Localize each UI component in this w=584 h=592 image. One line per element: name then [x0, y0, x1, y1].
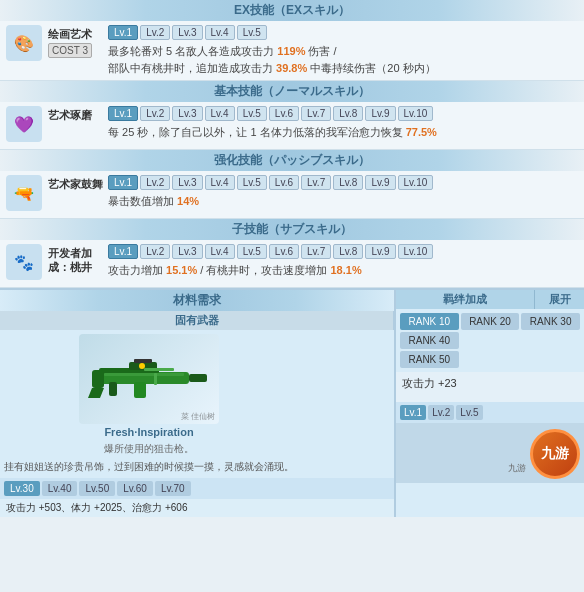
rank10-item[interactable]: RANK 10: [400, 313, 459, 330]
rank30-item[interactable]: RANK 30: [521, 313, 580, 330]
normal-lv8[interactable]: Lv.8: [333, 106, 363, 121]
normal-skill-row: 💜 艺术琢磨 Lv.1 Lv.2 Lv.3 Lv.4 Lv.5 Lv.6 Lv.…: [0, 102, 584, 150]
weapon-lv50[interactable]: Lv.50: [79, 481, 115, 496]
normal-lv10[interactable]: Lv.10: [398, 106, 434, 121]
sub-lv6[interactable]: Lv.6: [269, 244, 299, 259]
sub-skill-lv-tabs: Lv.1 Lv.2 Lv.3 Lv.4 Lv.5 Lv.6 Lv.7 Lv.8 …: [108, 244, 578, 259]
passive-lv7[interactable]: Lv.7: [301, 175, 331, 190]
svg-marker-6: [88, 388, 104, 398]
svg-rect-3: [134, 359, 152, 363]
ex-skill-lv5[interactable]: Lv.5: [237, 25, 267, 40]
normal-lv7[interactable]: Lv.7: [301, 106, 331, 121]
passive-lv10[interactable]: Lv.10: [398, 175, 434, 190]
passive-lv4[interactable]: Lv.4: [205, 175, 235, 190]
right-header-row: 羁绊加成 展开: [396, 290, 584, 309]
passive-lv9[interactable]: Lv.9: [365, 175, 395, 190]
rank-bonus-area: 攻击力 +23: [396, 372, 584, 402]
svg-point-11: [139, 363, 145, 369]
passive-lv2[interactable]: Lv.2: [140, 175, 170, 190]
weapon-area: 菜 佳仙树 Fresh·Inspiration 爆所使用的狙击枪。 挂有姐姐送的…: [0, 330, 394, 478]
material-section: 材料需求 固有武器: [0, 290, 394, 517]
right-lv2[interactable]: Lv.2: [428, 405, 454, 420]
weapon-lv30[interactable]: Lv.30: [4, 481, 40, 496]
weapon-lv60[interactable]: Lv.60: [117, 481, 153, 496]
ex-skill-lv2[interactable]: Lv.2: [140, 25, 170, 40]
weapon-lv40[interactable]: Lv.40: [42, 481, 78, 496]
sub-lv1[interactable]: Lv.1: [108, 244, 138, 259]
rank20-item[interactable]: RANK 20: [461, 313, 520, 330]
ex-skill-right: Lv.1 Lv.2 Lv.3 Lv.4 Lv.5 最多轮番对 5 名敌人各造成攻…: [108, 25, 578, 76]
passive-skill-right: Lv.1 Lv.2 Lv.3 Lv.4 Lv.5 Lv.6 Lv.7 Lv.8 …: [108, 175, 578, 210]
material-header: 材料需求: [0, 290, 394, 311]
passive-lv8[interactable]: Lv.8: [333, 175, 363, 190]
rank50-item[interactable]: RANK 50: [400, 351, 459, 368]
sub-lv2[interactable]: Lv.2: [140, 244, 170, 259]
right-panel: 羁绊加成 展开 RANK 10 RANK 20 RANK 30 RANK 40 …: [394, 290, 584, 517]
passive-lv5[interactable]: Lv.5: [237, 175, 267, 190]
ex-highlight1: 119%: [277, 45, 305, 57]
normal-skill-right: Lv.1 Lv.2 Lv.3 Lv.4 Lv.5 Lv.6 Lv.7 Lv.8 …: [108, 106, 578, 141]
ex-skill-name-col: 绘画艺术 COST 3: [48, 25, 108, 58]
ex-skill-lv1[interactable]: Lv.1: [108, 25, 138, 40]
sub-lv9[interactable]: Lv.9: [365, 244, 395, 259]
corner-branding: 九游 九游: [396, 423, 584, 483]
normal-skill-header: 基本技能（ノーマルスキル）: [0, 81, 584, 102]
passive-skill-name: 艺术家鼓舞: [48, 177, 103, 191]
svg-rect-7: [109, 382, 117, 396]
normal-skill-name-col: 艺术琢磨: [48, 106, 108, 122]
normal-highlight: 77.5%: [406, 126, 437, 138]
passive-skill-name-col: 艺术家鼓舞: [48, 175, 108, 191]
jiuyou-logo: 九游: [530, 429, 580, 479]
normal-lv6[interactable]: Lv.6: [269, 106, 299, 121]
sub-lv7[interactable]: Lv.7: [301, 244, 331, 259]
weapon-left: 菜 佳仙树 Fresh·Inspiration 爆所使用的狙击枪。 挂有姐姐送的…: [4, 334, 294, 474]
ex-skill-lv3[interactable]: Lv.3: [172, 25, 202, 40]
normal-skill-lv-tabs: Lv.1 Lv.2 Lv.3 Lv.4 Lv.5 Lv.6 Lv.7 Lv.8 …: [108, 106, 578, 121]
normal-lv1[interactable]: Lv.1: [108, 106, 138, 121]
svg-rect-9: [144, 368, 174, 371]
passive-lv1[interactable]: Lv.1: [108, 175, 138, 190]
passive-skill-header: 强化技能（パッシブスキル）: [0, 150, 584, 171]
sub-lv10[interactable]: Lv.10: [398, 244, 434, 259]
sub-lv8[interactable]: Lv.8: [333, 244, 363, 259]
sub-highlight1: 15.1%: [166, 264, 197, 276]
sub-skill-row: 🐾 开发者加成：桃井 Lv.1 Lv.2 Lv.3 Lv.4 Lv.5 Lv.6…: [0, 240, 584, 288]
normal-lv2[interactable]: Lv.2: [140, 106, 170, 121]
rank40-item[interactable]: RANK 40: [400, 332, 459, 349]
rank-section-header: 羁绊加成: [396, 290, 534, 309]
right-lv5[interactable]: Lv.5: [456, 405, 482, 420]
passive-highlight: 14%: [177, 195, 199, 207]
passive-skill-desc: 暴击数值增加 14%: [108, 193, 578, 210]
ex-skill-icon: 🎨: [6, 25, 42, 61]
weapon-image-box: 菜 佳仙树: [79, 334, 219, 424]
sub-skill-desc: 攻击力增加 15.1% / 有桃井时，攻击速度增加 18.1%: [108, 262, 578, 279]
sub-skill-right: Lv.1 Lv.2 Lv.3 Lv.4 Lv.5 Lv.6 Lv.7 Lv.8 …: [108, 244, 578, 279]
ex-skill-lv-tabs: Lv.1 Lv.2 Lv.3 Lv.4 Lv.5: [108, 25, 578, 40]
sub-lv5[interactable]: Lv.5: [237, 244, 267, 259]
rank-grid: RANK 10 RANK 20 RANK 30 RANK 40 RANK 50: [396, 309, 584, 372]
sub-skill-icon: 🐾: [6, 244, 42, 280]
weapon-levels: Lv.30 Lv.40 Lv.50 Lv.60 Lv.70: [0, 478, 394, 499]
normal-lv5[interactable]: Lv.5: [237, 106, 267, 121]
logo-text: 九游: [508, 462, 526, 475]
normal-lv3[interactable]: Lv.3: [172, 106, 202, 121]
svg-rect-4: [189, 374, 207, 382]
normal-skill-name: 艺术琢磨: [48, 108, 92, 122]
normal-lv4[interactable]: Lv.4: [205, 106, 235, 121]
ex-skill-header: EX技能（EXスキル）: [0, 0, 584, 21]
ex-skill-name: 绘画艺术: [48, 27, 92, 41]
normal-skill-icon: 💜: [6, 106, 42, 142]
svg-rect-12: [154, 373, 157, 385]
passive-skill-row: 🔫 艺术家鼓舞 Lv.1 Lv.2 Lv.3 Lv.4 Lv.5 Lv.6 Lv…: [0, 171, 584, 219]
ex-skill-lv4[interactable]: Lv.4: [205, 25, 235, 40]
expand-header: 展开: [534, 290, 584, 309]
passive-lv3[interactable]: Lv.3: [172, 175, 202, 190]
sub-lv4[interactable]: Lv.4: [205, 244, 235, 259]
sub-lv3[interactable]: Lv.3: [172, 244, 202, 259]
right-lv1[interactable]: Lv.1: [400, 405, 426, 420]
sub-skill-name-col: 开发者加成：桃井: [48, 244, 108, 275]
passive-lv6[interactable]: Lv.6: [269, 175, 299, 190]
weapon-lv70[interactable]: Lv.70: [155, 481, 191, 496]
weapon-name: Fresh·Inspiration: [104, 426, 193, 438]
normal-lv9[interactable]: Lv.9: [365, 106, 395, 121]
